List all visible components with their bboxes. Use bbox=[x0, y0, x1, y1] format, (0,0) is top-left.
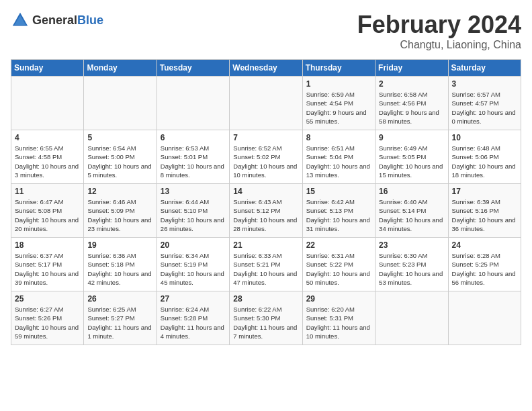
weekday-header-cell: Wednesday bbox=[230, 60, 302, 77]
weekday-header-cell: Saturday bbox=[448, 60, 521, 77]
calendar-cell: 9Sunrise: 6:49 AM Sunset: 5:05 PM Daylig… bbox=[375, 130, 448, 184]
day-number: 24 bbox=[452, 240, 517, 250]
day-info: Sunrise: 6:54 AM Sunset: 5:00 PM Dayligh… bbox=[87, 144, 152, 179]
day-number: 4 bbox=[15, 133, 80, 142]
day-info: Sunrise: 6:53 AM Sunset: 5:01 PM Dayligh… bbox=[161, 144, 226, 179]
calendar-cell: 21Sunrise: 6:33 AM Sunset: 5:21 PM Dayli… bbox=[230, 238, 302, 291]
day-number: 28 bbox=[233, 294, 298, 304]
day-number: 29 bbox=[306, 294, 371, 304]
calendar-cell: 28Sunrise: 6:22 AM Sunset: 5:30 PM Dayli… bbox=[230, 291, 302, 345]
calendar-cell: 3Sunrise: 6:57 AM Sunset: 4:57 PM Daylig… bbox=[448, 77, 521, 130]
day-number: 10 bbox=[452, 133, 517, 142]
month-title: February 2024 bbox=[357, 11, 521, 39]
calendar-cell: 2Sunrise: 6:58 AM Sunset: 4:56 PM Daylig… bbox=[375, 77, 448, 130]
calendar-week-row: 1Sunrise: 6:59 AM Sunset: 4:54 PM Daylig… bbox=[11, 77, 521, 130]
day-info: Sunrise: 6:40 AM Sunset: 5:14 PM Dayligh… bbox=[379, 197, 444, 233]
calendar-cell: 15Sunrise: 6:42 AM Sunset: 5:13 PM Dayli… bbox=[302, 184, 375, 238]
calendar-cell: 10Sunrise: 6:48 AM Sunset: 5:06 PM Dayli… bbox=[448, 130, 521, 184]
day-info: Sunrise: 6:43 AM Sunset: 5:12 PM Dayligh… bbox=[233, 197, 298, 233]
calendar-cell: 26Sunrise: 6:25 AM Sunset: 5:27 PM Dayli… bbox=[84, 291, 157, 345]
day-number: 15 bbox=[306, 187, 371, 196]
day-info: Sunrise: 6:27 AM Sunset: 5:26 PM Dayligh… bbox=[15, 305, 80, 340]
day-info: Sunrise: 6:46 AM Sunset: 5:09 PM Dayligh… bbox=[87, 197, 152, 233]
location-title: Changtu, Liaoning, China bbox=[357, 39, 521, 51]
calendar-cell: 22Sunrise: 6:31 AM Sunset: 5:22 PM Dayli… bbox=[302, 238, 375, 291]
calendar-cell bbox=[157, 77, 229, 130]
calendar-cell: 7Sunrise: 6:52 AM Sunset: 5:02 PM Daylig… bbox=[230, 130, 302, 184]
calendar-table: SundayMondayTuesdayWednesdayThursdayFrid… bbox=[11, 59, 521, 345]
day-info: Sunrise: 6:34 AM Sunset: 5:19 PM Dayligh… bbox=[161, 251, 226, 287]
calendar-body: 1Sunrise: 6:59 AM Sunset: 4:54 PM Daylig… bbox=[11, 77, 521, 345]
day-info: Sunrise: 6:55 AM Sunset: 4:58 PM Dayligh… bbox=[15, 144, 80, 179]
calendar-cell: 18Sunrise: 6:37 AM Sunset: 5:17 PM Dayli… bbox=[11, 238, 84, 291]
day-number: 20 bbox=[161, 240, 226, 250]
day-number: 8 bbox=[306, 133, 371, 142]
calendar-week-row: 4Sunrise: 6:55 AM Sunset: 4:58 PM Daylig… bbox=[11, 130, 521, 184]
day-info: Sunrise: 6:48 AM Sunset: 5:06 PM Dayligh… bbox=[452, 144, 517, 179]
calendar-cell: 11Sunrise: 6:47 AM Sunset: 5:08 PM Dayli… bbox=[11, 184, 84, 238]
calendar-cell: 27Sunrise: 6:24 AM Sunset: 5:28 PM Dayli… bbox=[157, 291, 229, 345]
day-number: 5 bbox=[87, 133, 152, 142]
day-number: 25 bbox=[15, 294, 80, 304]
day-info: Sunrise: 6:20 AM Sunset: 5:31 PM Dayligh… bbox=[306, 305, 371, 340]
day-info: Sunrise: 6:39 AM Sunset: 5:16 PM Dayligh… bbox=[452, 197, 517, 233]
day-info: Sunrise: 6:47 AM Sunset: 5:08 PM Dayligh… bbox=[15, 197, 80, 233]
title-block: February 2024 Changtu, Liaoning, China bbox=[357, 11, 521, 51]
calendar-cell: 1Sunrise: 6:59 AM Sunset: 4:54 PM Daylig… bbox=[302, 77, 375, 130]
calendar-cell: 12Sunrise: 6:46 AM Sunset: 5:09 PM Dayli… bbox=[84, 184, 157, 238]
day-number: 27 bbox=[161, 294, 226, 304]
calendar-cell: 4Sunrise: 6:55 AM Sunset: 4:58 PM Daylig… bbox=[11, 130, 84, 184]
day-info: Sunrise: 6:22 AM Sunset: 5:30 PM Dayligh… bbox=[233, 305, 298, 340]
weekday-header-cell: Thursday bbox=[302, 60, 375, 77]
calendar-cell bbox=[84, 77, 157, 130]
calendar-cell: 5Sunrise: 6:54 AM Sunset: 5:00 PM Daylig… bbox=[84, 130, 157, 184]
calendar-cell bbox=[230, 77, 302, 130]
logo-text-general: General bbox=[32, 13, 77, 27]
day-info: Sunrise: 6:57 AM Sunset: 4:57 PM Dayligh… bbox=[452, 90, 517, 126]
calendar-cell bbox=[375, 291, 448, 345]
calendar-cell: 25Sunrise: 6:27 AM Sunset: 5:26 PM Dayli… bbox=[11, 291, 84, 345]
day-number: 16 bbox=[379, 187, 444, 196]
day-number: 26 bbox=[87, 294, 152, 304]
logo-icon bbox=[11, 11, 30, 30]
calendar-cell: 17Sunrise: 6:39 AM Sunset: 5:16 PM Dayli… bbox=[448, 184, 521, 238]
day-number: 1 bbox=[306, 79, 371, 89]
day-info: Sunrise: 6:28 AM Sunset: 5:25 PM Dayligh… bbox=[452, 251, 517, 287]
calendar-cell: 8Sunrise: 6:51 AM Sunset: 5:04 PM Daylig… bbox=[302, 130, 375, 184]
day-number: 17 bbox=[452, 187, 517, 196]
calendar-cell: 29Sunrise: 6:20 AM Sunset: 5:31 PM Dayli… bbox=[302, 291, 375, 345]
day-number: 12 bbox=[87, 187, 152, 196]
day-info: Sunrise: 6:51 AM Sunset: 5:04 PM Dayligh… bbox=[306, 144, 371, 179]
calendar-week-row: 18Sunrise: 6:37 AM Sunset: 5:17 PM Dayli… bbox=[11, 238, 521, 291]
calendar-cell bbox=[448, 291, 521, 345]
day-info: Sunrise: 6:59 AM Sunset: 4:54 PM Dayligh… bbox=[306, 90, 371, 126]
calendar-cell: 20Sunrise: 6:34 AM Sunset: 5:19 PM Dayli… bbox=[157, 238, 229, 291]
day-info: Sunrise: 6:42 AM Sunset: 5:13 PM Dayligh… bbox=[306, 197, 371, 233]
day-number: 9 bbox=[379, 133, 444, 142]
day-number: 19 bbox=[87, 240, 152, 250]
calendar-cell: 14Sunrise: 6:43 AM Sunset: 5:12 PM Dayli… bbox=[230, 184, 302, 238]
day-info: Sunrise: 6:44 AM Sunset: 5:10 PM Dayligh… bbox=[161, 197, 226, 233]
day-number: 14 bbox=[233, 187, 298, 196]
day-info: Sunrise: 6:49 AM Sunset: 5:05 PM Dayligh… bbox=[379, 144, 444, 179]
day-info: Sunrise: 6:33 AM Sunset: 5:21 PM Dayligh… bbox=[233, 251, 298, 287]
calendar-cell: 19Sunrise: 6:36 AM Sunset: 5:18 PM Dayli… bbox=[84, 238, 157, 291]
day-info: Sunrise: 6:36 AM Sunset: 5:18 PM Dayligh… bbox=[87, 251, 152, 287]
day-info: Sunrise: 6:31 AM Sunset: 5:22 PM Dayligh… bbox=[306, 251, 371, 287]
calendar-cell: 23Sunrise: 6:30 AM Sunset: 5:23 PM Dayli… bbox=[375, 238, 448, 291]
day-info: Sunrise: 6:58 AM Sunset: 4:56 PM Dayligh… bbox=[379, 90, 444, 126]
weekday-header-row: SundayMondayTuesdayWednesdayThursdayFrid… bbox=[11, 60, 521, 77]
day-number: 11 bbox=[15, 187, 80, 196]
day-info: Sunrise: 6:37 AM Sunset: 5:17 PM Dayligh… bbox=[15, 251, 80, 287]
page-header: GeneralBlue February 2024 Changtu, Liaon… bbox=[11, 11, 521, 51]
day-number: 13 bbox=[161, 187, 226, 196]
calendar-cell bbox=[11, 77, 84, 130]
calendar-week-row: 25Sunrise: 6:27 AM Sunset: 5:26 PM Dayli… bbox=[11, 291, 521, 345]
calendar-cell: 6Sunrise: 6:53 AM Sunset: 5:01 PM Daylig… bbox=[157, 130, 229, 184]
logo: GeneralBlue bbox=[11, 11, 103, 30]
day-info: Sunrise: 6:30 AM Sunset: 5:23 PM Dayligh… bbox=[379, 251, 444, 287]
day-number: 23 bbox=[379, 240, 444, 250]
day-number: 3 bbox=[452, 79, 517, 89]
day-number: 2 bbox=[379, 79, 444, 89]
weekday-header-cell: Friday bbox=[375, 60, 448, 77]
